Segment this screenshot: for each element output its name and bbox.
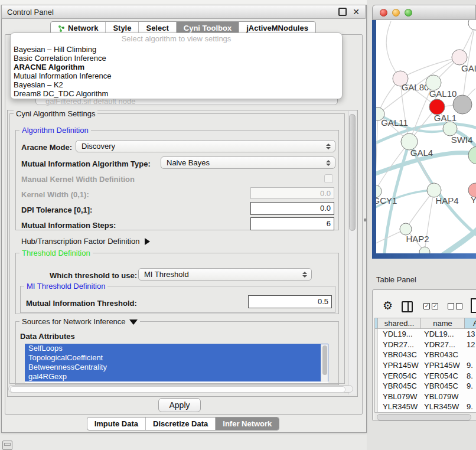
dropdown-arrows-icon xyxy=(326,160,331,166)
attribute-list-item[interactable]: BetweennessCentrality xyxy=(25,363,328,372)
control-panel-title: Control Panel xyxy=(7,8,338,17)
show-columns-icon[interactable] xyxy=(402,301,413,312)
scrollbar-thumb[interactable] xyxy=(377,414,471,420)
network-node[interactable] xyxy=(453,95,472,114)
zoom-traffic-light-icon[interactable] xyxy=(405,9,412,17)
table-row[interactable]: YDL19...YDL19...13 xyxy=(375,329,476,340)
network-graph: GALGAL80GAL10GAL1GAL11SWI4GAL4GCY1HAP4YH… xyxy=(376,20,476,253)
table-cell: YPR145W xyxy=(378,361,421,370)
gear-icon[interactable]: ⚙ xyxy=(383,299,393,312)
popup-item-list: Bayesian – Hill ClimbingBasic Correlatio… xyxy=(11,45,342,98)
table-cell: YDR27... xyxy=(378,340,421,349)
minimized-panel-icon[interactable] xyxy=(2,441,12,450)
which-threshold-dropdown[interactable]: MI Threshold xyxy=(138,268,312,281)
kernel-width-field[interactable]: 0.0 xyxy=(250,187,334,199)
manual-kernel-width-checkbox[interactable] xyxy=(324,174,333,183)
table-cell: YDL19... xyxy=(378,330,421,338)
scrollbar-thumb[interactable] xyxy=(349,114,356,231)
tab-discretize-data[interactable]: Discretize Data xyxy=(145,418,215,430)
popup-algorithm-item[interactable]: Bayesian – Hill Climbing xyxy=(11,45,342,54)
tab-impute-data[interactable]: Impute Data xyxy=(87,418,145,430)
table-cell: 9. xyxy=(465,361,476,370)
minimize-traffic-light-icon[interactable] xyxy=(392,9,400,17)
popup-algorithm-item[interactable]: Bayesian – K2 xyxy=(11,80,342,89)
hub-definition-toggle[interactable]: Hub/Transcription Factor Definition xyxy=(21,237,150,246)
node-label: GCY1 xyxy=(376,195,397,206)
attribute-list-item[interactable]: SelfLoops xyxy=(25,344,328,353)
mi-threshold-label: Mutual Information Threshold: xyxy=(26,299,137,308)
network-edge[interactable] xyxy=(386,21,400,79)
mi-algorithm-type-dropdown[interactable]: Naive Bayes xyxy=(161,156,335,169)
network-icon xyxy=(58,25,65,32)
export-table-icon[interactable] xyxy=(471,298,476,313)
scrollbar-thumb[interactable] xyxy=(322,345,327,375)
popup-algorithm-item[interactable]: Basic Correlation Inference xyxy=(11,54,342,63)
node-label: GAL11 xyxy=(381,118,408,128)
data-attributes-list: SelfLoopsTopologicalCoefficientBetweenne… xyxy=(25,344,328,383)
deselect-all-checkbox-icon[interactable] xyxy=(456,303,462,309)
attributes-scrollbar[interactable] xyxy=(321,344,328,382)
node-label: GAL80 xyxy=(402,82,429,92)
table-cell: 9. xyxy=(465,381,476,390)
table-cell: 13 xyxy=(465,330,476,338)
column-header-shared-name[interactable]: shared... xyxy=(378,318,421,328)
mi-steps-field[interactable]: 6 xyxy=(250,217,334,230)
network-canvas[interactable]: GALGAL80GAL10GAL1GAL11SWI4GAL4GCY1HAP4YH… xyxy=(376,20,476,253)
table-cell: YDR27... xyxy=(421,340,465,349)
node-label: GAL1 xyxy=(434,113,457,123)
settings-horizontal-scrollbar[interactable] xyxy=(8,385,353,393)
network-node[interactable] xyxy=(419,247,430,253)
network-edge[interactable] xyxy=(436,227,476,253)
popup-algorithm-item[interactable]: ARACNE Algorithm xyxy=(11,63,342,71)
mi-algorithm-type-label: Mutual Information Algorithm Type: xyxy=(21,159,151,168)
table-cell: YLR345W xyxy=(421,402,465,411)
network-node[interactable] xyxy=(468,20,476,30)
select-all-checkbox-icon[interactable]: ✓ xyxy=(423,303,430,309)
settings-vertical-scrollbar[interactable] xyxy=(348,111,356,394)
network-edge[interactable] xyxy=(376,114,378,191)
close-traffic-light-icon[interactable] xyxy=(380,9,387,17)
table-row[interactable]: YPR145WYPR145W9. xyxy=(375,360,476,371)
sources-toggle[interactable]: Sources for Network Inference xyxy=(19,317,140,326)
tab-infer-network[interactable]: Infer Network xyxy=(215,418,279,430)
network-node-swi4[interactable] xyxy=(443,122,457,136)
panel-resize-handle[interactable] xyxy=(364,219,367,221)
table-horizontal-scrollbar[interactable] xyxy=(374,412,476,420)
popup-placeholder: Select algorithm to view settings xyxy=(11,33,342,45)
bottom-tabbar: Impute Data Discretize Data Infer Networ… xyxy=(0,417,366,431)
float-window-icon[interactable] xyxy=(338,8,347,16)
attribute-list-item[interactable]: TopologicalCoefficient xyxy=(25,353,328,363)
column-header-partial[interactable]: A xyxy=(465,318,476,328)
data-attributes-label: Data Attributes xyxy=(20,332,75,341)
dpi-tolerance-field[interactable]: 0.0 xyxy=(250,202,334,215)
table-row[interactable]: YER054CYER054C8. xyxy=(375,370,476,381)
table-row[interactable]: YLR345WYLR345W9. xyxy=(375,402,476,412)
table-row[interactable]: YBR043CYBR043C xyxy=(375,350,476,360)
popup-algorithm-item[interactable]: Dream8 DC_TDC Algorithm xyxy=(11,89,342,98)
network-node-hap2[interactable] xyxy=(400,223,412,235)
table-row[interactable]: YDR27...YDR27...12 xyxy=(375,340,476,350)
table-row[interactable]: YBL079WYBL079W xyxy=(375,392,476,402)
column-header-name[interactable]: name xyxy=(421,318,465,328)
attribute-list-item[interactable]: gal4RGexp xyxy=(25,372,328,381)
aracne-mode-label: Aracne Mode: xyxy=(21,143,72,152)
deselect-all-checkbox-icon[interactable] xyxy=(448,303,454,309)
mi-threshold-field[interactable]: 0.5 xyxy=(248,295,332,308)
table-cell: YER054C xyxy=(378,371,421,380)
table-cell: YBR045C xyxy=(421,381,465,390)
table-cell: YBL079W xyxy=(421,392,465,401)
table-row[interactable]: YBR045CYBR045C9. xyxy=(375,381,476,392)
node-label: HAP4 xyxy=(435,195,458,206)
popup-algorithm-item[interactable]: Mutual Information Inference xyxy=(11,71,342,80)
select-all-checkbox-icon[interactable]: ✓ xyxy=(432,303,438,309)
group-title: Algorithm Definition xyxy=(19,126,91,135)
scrollbar-thumb[interactable] xyxy=(10,386,345,393)
table-cell: YPR145W xyxy=(421,361,465,370)
table-body: YDL19...YDL19...13YDR27...YDR27...12YBR0… xyxy=(374,329,476,412)
close-icon[interactable]: ✕ xyxy=(353,9,360,15)
apply-button[interactable]: Apply xyxy=(158,398,201,412)
tab-label: Network xyxy=(68,24,98,32)
network-node[interactable] xyxy=(468,146,476,164)
collapsed-arrow-icon xyxy=(145,238,150,245)
aracne-mode-dropdown[interactable]: Discovery xyxy=(76,140,335,152)
